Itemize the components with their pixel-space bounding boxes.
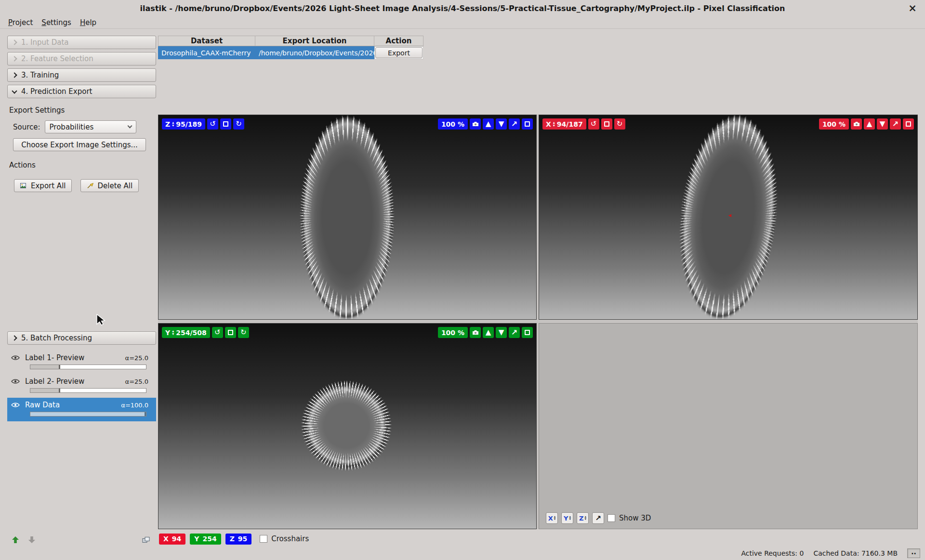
menu-settings[interactable]: Settings bbox=[37, 17, 76, 28]
rotate-left-button[interactable]: ↺ bbox=[212, 327, 223, 338]
square-icon bbox=[525, 121, 530, 127]
up-triangle-icon: ▲ bbox=[486, 329, 491, 336]
slice-spinner-icon[interactable]: ▴▾ bbox=[553, 121, 555, 127]
z-position-badge: Z 95 bbox=[225, 534, 252, 545]
zoom-badge-y[interactable]: 100 % bbox=[438, 327, 468, 338]
slice-down-button[interactable]: ▼ bbox=[496, 327, 507, 338]
rotate-left-button[interactable]: ↺ bbox=[588, 118, 599, 130]
slice-position-badge-y[interactable]: Y ▴▾ 254/508 bbox=[162, 327, 210, 338]
axis-letter: Y bbox=[165, 329, 170, 337]
eye-icon[interactable] bbox=[11, 355, 20, 361]
slice-position-badge-x[interactable]: X ▴▾ 94/187 bbox=[542, 118, 586, 130]
slice-spinner-icon[interactable]: ▴▾ bbox=[172, 121, 174, 127]
zoom-badge-x[interactable]: 100 % bbox=[819, 118, 849, 130]
zoom-value: 100 % bbox=[822, 120, 846, 128]
swap-axes-button[interactable] bbox=[225, 327, 236, 338]
rotate-left-button[interactable]: ↺ bbox=[207, 118, 218, 130]
maximize-view-button[interactable]: ↗ bbox=[890, 118, 901, 130]
viewport-x[interactable]: X ▴▾ 94/187 ↺ ↻ 100 % ▲ ▼ bbox=[539, 115, 918, 320]
layer-row-raw-data[interactable]: Raw Data α=100.0 bbox=[7, 398, 156, 421]
crosshairs-checkbox[interactable] bbox=[260, 535, 267, 543]
chevron-right-icon bbox=[12, 56, 17, 61]
applet-prediction-export[interactable]: 4. Prediction Export bbox=[7, 85, 156, 98]
slice-down-button[interactable]: ▼ bbox=[877, 118, 888, 130]
export-all-button[interactable]: Export All bbox=[14, 179, 72, 192]
maximize-view-button[interactable]: ↗ bbox=[509, 118, 520, 130]
applet-batch-processing[interactable]: 5. Batch Processing bbox=[7, 331, 156, 345]
rotate-right-icon: ↻ bbox=[617, 120, 623, 128]
goto-x-button[interactable]: X ▴▾ bbox=[546, 512, 558, 524]
column-header-action[interactable]: Action bbox=[374, 36, 423, 46]
show-3d-checkbox[interactable] bbox=[608, 514, 615, 522]
move-layer-down-button[interactable] bbox=[26, 534, 38, 546]
slice-image-y[interactable] bbox=[159, 324, 536, 529]
actions-heading: Actions bbox=[9, 161, 155, 169]
diagonal-arrow-icon: ↗ bbox=[511, 329, 517, 337]
delete-all-button[interactable]: Delete All bbox=[80, 179, 139, 192]
swap-axes-icon bbox=[604, 121, 609, 127]
eye-icon[interactable] bbox=[11, 378, 20, 384]
maximize-3d-button[interactable]: ↗ bbox=[592, 512, 604, 524]
snapshot-button[interactable] bbox=[470, 118, 481, 130]
export-layers-button[interactable] bbox=[140, 534, 152, 546]
rotate-right-button[interactable]: ↻ bbox=[238, 327, 249, 338]
swap-axes-button[interactable] bbox=[220, 118, 231, 130]
slice-down-button[interactable]: ▼ bbox=[496, 118, 507, 130]
move-layer-up-button[interactable] bbox=[9, 534, 22, 546]
slice-spinner-icon[interactable]: ▴▾ bbox=[172, 330, 174, 336]
slice-up-button[interactable]: ▲ bbox=[483, 118, 494, 130]
opacity-slider[interactable] bbox=[30, 412, 146, 417]
diagonal-arrow-icon: ↗ bbox=[511, 120, 517, 128]
layer-name: Raw Data bbox=[25, 401, 116, 409]
slice-position-badge-z[interactable]: Z ▴▾ 95/189 bbox=[162, 118, 205, 130]
opacity-slider[interactable] bbox=[30, 388, 146, 393]
dock-view-button[interactable] bbox=[522, 327, 533, 338]
layer-row-label2[interactable]: Label 2- Preview α=25.0 bbox=[7, 374, 156, 398]
export-image-icon bbox=[20, 182, 27, 189]
snapshot-button[interactable] bbox=[851, 118, 862, 130]
export-settings-heading: Export Settings bbox=[9, 106, 155, 115]
eye-icon[interactable] bbox=[11, 402, 20, 408]
menu-project[interactable]: Project bbox=[4, 17, 37, 28]
content: 1. Input Data 2. Feature Selection 3. Tr… bbox=[0, 29, 925, 547]
source-dropdown[interactable]: Probabilities bbox=[45, 120, 136, 133]
axis-letter: X bbox=[546, 120, 551, 128]
close-button[interactable]: × bbox=[906, 1, 919, 15]
goto-z-button[interactable]: Z ▴▾ bbox=[577, 512, 589, 524]
choose-export-settings-button[interactable]: Choose Export Image Settings... bbox=[13, 138, 146, 151]
chevron-right-icon bbox=[12, 39, 17, 45]
cell-export-location[interactable]: /home/bruno/Dropbox/Events/2026 Light... bbox=[255, 46, 374, 59]
swap-axes-button[interactable] bbox=[601, 118, 612, 130]
viewport-y[interactable]: Y ▴▾ 254/508 ↺ ↻ 100 % ▲ ▼ bbox=[158, 323, 537, 529]
opacity-slider[interactable] bbox=[30, 365, 146, 369]
source-value: Probabilities bbox=[50, 123, 94, 131]
dock-view-button[interactable] bbox=[522, 118, 533, 130]
rotate-right-button[interactable]: ↻ bbox=[614, 118, 625, 130]
rotate-right-button[interactable]: ↻ bbox=[233, 118, 244, 130]
snapshot-button[interactable] bbox=[470, 327, 481, 338]
ilastik-window: ilastik - /home/bruno/Dropbox/Events/202… bbox=[0, 0, 925, 560]
slice-image-z[interactable] bbox=[159, 115, 536, 319]
cell-dataset[interactable]: Drosophila_CAAX-mCherry bbox=[158, 46, 255, 59]
column-header-dataset[interactable]: Dataset bbox=[158, 36, 255, 46]
green-up-arrow-icon bbox=[12, 536, 19, 543]
maximize-view-button[interactable]: ↗ bbox=[509, 327, 520, 338]
crosshairs-label: Crosshairs bbox=[271, 534, 309, 543]
column-header-export-location[interactable]: Export Location bbox=[255, 36, 374, 46]
status-more-button[interactable]: .. bbox=[907, 548, 920, 558]
zoom-badge-z[interactable]: 100 % bbox=[438, 118, 468, 130]
export-button[interactable]: Export bbox=[375, 47, 423, 58]
slice-up-button[interactable]: ▲ bbox=[864, 118, 875, 130]
stacked-windows-icon bbox=[142, 536, 150, 544]
slice-image-x[interactable] bbox=[539, 115, 917, 319]
viewport-z[interactable]: Z ▴▾ 95/189 ↺ ↻ 100 % ▲ ▼ bbox=[158, 115, 537, 320]
menu-help[interactable]: Help bbox=[76, 17, 101, 28]
slice-up-button[interactable]: ▲ bbox=[483, 327, 494, 338]
rotate-left-icon: ↺ bbox=[210, 120, 216, 128]
quad-controls: X ▴▾ Y ▴▾ Z ▴▾ ↗ bbox=[546, 512, 651, 524]
layer-row-label1[interactable]: Label 1- Preview α=25.0 bbox=[7, 351, 156, 374]
chevron-down-icon bbox=[127, 124, 132, 129]
dock-view-button[interactable] bbox=[903, 118, 914, 130]
goto-y-button[interactable]: Y ▴▾ bbox=[561, 512, 573, 524]
applet-training[interactable]: 3. Training bbox=[7, 68, 156, 82]
